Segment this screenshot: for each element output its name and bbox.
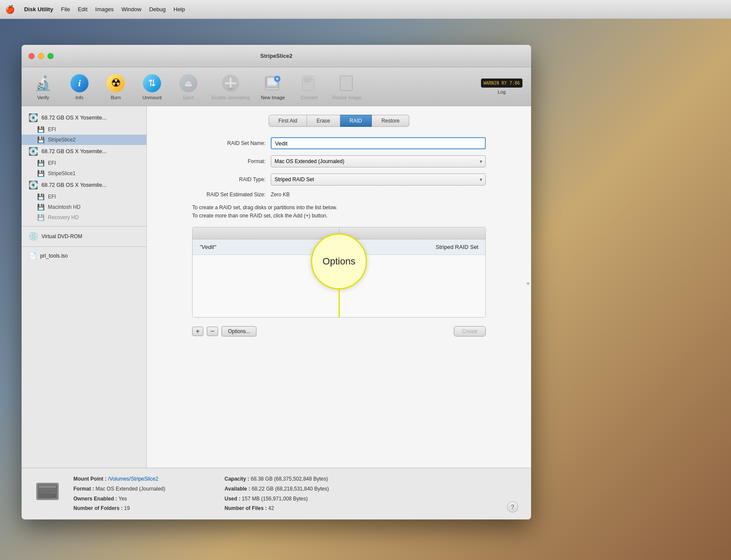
format-select-wrapper: Mac OS Extended (Journaled) Mac OS Exten… [271,155,486,167]
maximize-button[interactable] [47,53,54,59]
format-row: Format: Mac OS Extended (Journaled) Mac … [192,155,486,167]
svg-point-21 [54,495,55,497]
add-button[interactable]: + [192,327,203,336]
sidebar-item-prl-tools[interactable]: 📄 prl_tools.iso [22,250,146,261]
set-name-input[interactable] [271,137,486,149]
toolbar-unmount[interactable]: ⇅ Unmount [139,73,165,100]
format-select[interactable]: Mac OS Extended (Journaled) Mac OS Exten… [271,155,486,167]
sidebar-item-efi2[interactable]: 💾 EFI [22,158,146,168]
owners-label: Owners Enabled : [73,496,117,502]
efi1-icon: 💾 [37,126,44,133]
log-label: Log [498,89,506,94]
status-bar: Mount Point : /Volumes/StripeSlice2 Form… [22,468,531,519]
menu-disk-utility[interactable]: Disk Utility [24,6,53,13]
toolbar-verify[interactable]: 🔬 Verify [30,73,56,100]
verify-label: Verify [37,95,49,100]
window-title: StripeSlice2 [260,53,292,59]
toolbar-convert[interactable]: Convert [296,73,322,100]
sidebar-item-disk3[interactable]: 💽 68.72 GB OS X Yosemite... [22,179,146,192]
resize-image-icon [337,73,357,93]
tab-bar: First Aid Erase RAID Restore [155,115,522,127]
enable-journaling-icon [221,73,241,93]
svg-rect-12 [340,76,352,91]
estimated-size-label: RAID Set Estimated Size: [192,192,266,198]
capacity-label: Capacity : [225,476,249,482]
svg-point-1 [228,88,233,90]
svg-rect-16 [39,485,56,488]
resize-image-label: Resize Image [332,95,361,100]
svg-rect-9 [304,78,311,79]
type-select[interactable]: Striped RAID Set Mirrored RAID Set JBOD [271,173,486,186]
raid-set-name: "Vedit" [199,244,216,250]
sidebar-item-recovery-hd[interactable]: 💾 Recovery HD [22,212,146,223]
detail-panel: First Aid Erase RAID Restore RAID Set Na… [147,106,531,468]
menu-help[interactable]: Help [174,6,185,13]
apple-menu[interactable]: 🍎 [5,5,15,14]
status-info-right: Capacity : 68.38 GB (68,375,502,848 Byte… [225,474,363,513]
minimize-button[interactable] [38,53,44,59]
titlebar: StripeSlice2 [22,45,531,67]
svg-rect-10 [304,79,313,80]
sidebar-item-disk1[interactable]: 💽 68.72 GB OS X Yosemite... [22,111,146,124]
toolbar-log[interactable]: WARNIN RY 7:86 Log [481,79,522,94]
svg-rect-11 [304,81,310,82]
raid-type-row: RAID Type: Striped RAID Set Mirrored RAI… [192,173,486,186]
help-button[interactable]: ? [507,501,518,513]
tab-first-aid[interactable]: First Aid [269,115,307,127]
toolbar-enable-journaling[interactable]: Enable Journaling [212,73,250,100]
raid-list-body: "Vedit" Striped RAID Set Options [193,239,485,317]
efi2-icon: 💾 [37,160,44,167]
raid-set-type: Striped RAID Set [436,244,478,250]
sidebar-item-macintosh-hd[interactable]: 💾 Macintosh HD [22,202,146,212]
options-button[interactable]: Options... [222,326,256,337]
options-callout-circle: Options [311,233,367,289]
sidebar-item-efi1[interactable]: 💾 EFI [22,124,146,135]
menu-file[interactable]: File [61,6,70,13]
eject-icon: ⏏ [178,73,198,93]
dvd-rom-icon: 💿 [28,232,38,241]
menu-window[interactable]: Window [121,6,141,13]
status-disk-icon [35,478,60,510]
toolbar-burn[interactable]: Burn [103,73,129,100]
mount-point-link[interactable]: /Volumes/StripeSlice2 [108,476,158,482]
menu-edit[interactable]: Edit [78,6,87,13]
info-label: Info [76,95,83,100]
type-select-wrapper: Striped RAID Set Mirrored RAID Set JBOD … [271,173,486,186]
sidebar-item-stripeslice1[interactable]: 💾 StripeSlice1 [22,168,146,179]
tab-erase[interactable]: Erase [307,115,340,127]
log-badge: WARNIN RY 7:86 [481,79,522,88]
disk1-icon: 💽 [28,113,38,123]
raid-form: RAID Set Name: Format: Mac OS Extended (… [192,137,486,337]
folders-label: Number of Folders : [73,505,123,511]
convert-icon [299,73,319,93]
tab-restore[interactable]: Restore [372,115,409,127]
remove-button[interactable]: − [207,327,218,336]
sidebar: 💽 68.72 GB OS X Yosemite... 💾 EFI 💾 Stri… [22,106,147,468]
disk2-icon: 💽 [28,147,38,156]
menu-debug[interactable]: Debug [149,6,165,13]
sidebar-item-disk2[interactable]: 💽 68.72 GB OS X Yosemite... [22,145,146,158]
capacity-value: 68.38 GB (68,375,502,848 Bytes) [251,476,328,482]
create-button[interactable]: Create [454,326,486,337]
used-value: 157 MB (156,971,008 Bytes) [242,496,308,502]
sidebar-item-efi3[interactable]: 💾 EFI [22,192,146,202]
verify-icon: 🔬 [33,73,53,93]
menu-images[interactable]: Images [95,6,114,13]
format-value-status: Mac OS Extended (Journaled) [95,486,165,492]
toolbar-resize-image[interactable]: Resize Image [332,73,361,100]
toolbar-new-image[interactable]: + New Image [260,73,286,100]
tab-raid[interactable]: RAID [340,115,372,127]
toolbar-info[interactable]: i Info [66,73,92,100]
available-value: 68.22 GB (68,218,531,840 Bytes) [252,486,329,492]
toolbar-eject[interactable]: ⏏ Eject [175,73,201,100]
close-button[interactable] [28,53,35,59]
sidebar-item-dvd-rom[interactable]: 💿 Virtual DVD-ROM [22,230,146,243]
main-window: StripeSlice2 🔬 Verify i Info Burn [22,45,531,519]
sidebar-item-stripeslice2[interactable]: 💾 StripeSlice2 [22,135,146,145]
type-label: RAID Type: [192,176,266,182]
menubar: 🍎 Disk Utility File Edit Images Window D… [0,0,731,19]
svg-rect-19 [39,492,56,493]
unmount-icon: ⇅ [142,73,162,93]
files-label: Number of Files : [225,505,267,511]
desktop: StripeSlice2 🔬 Verify i Info Burn [0,19,731,560]
